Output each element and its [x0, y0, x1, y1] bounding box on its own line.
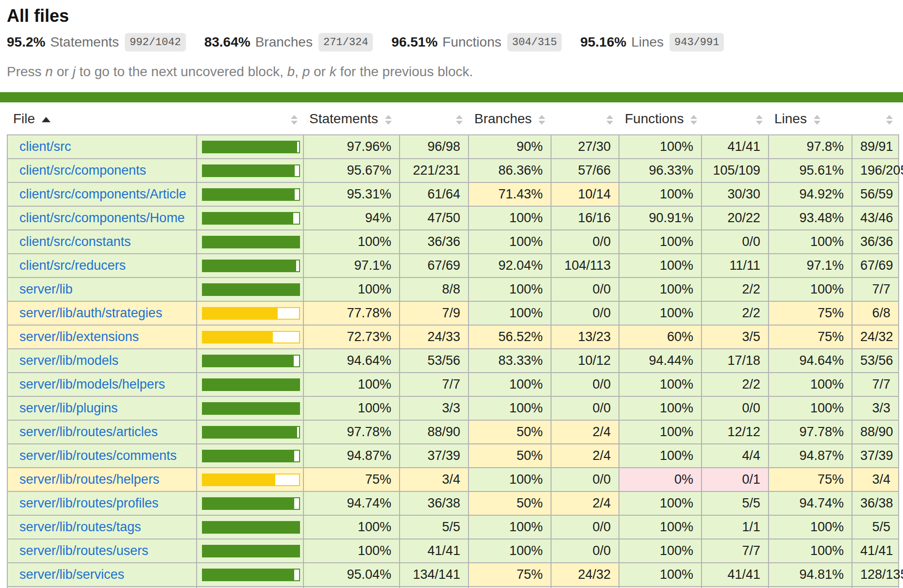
col-header-branches-label: Branches [474, 111, 532, 126]
file-link[interactable]: server/lib/services [19, 567, 124, 582]
keyboard-hint: Press n or j to go to the next uncovered… [7, 64, 896, 80]
col-header-lines-raw[interactable] [852, 102, 899, 135]
statements-percent-cell: 97.78% [303, 420, 400, 444]
col-header-statements[interactable]: Statements [303, 102, 400, 135]
statements-percent-cell: 100% [303, 396, 400, 420]
file-link[interactable]: server/lib/routes/articles [19, 425, 158, 439]
statements-fraction-cell: 7/7 [400, 373, 468, 396]
coverage-bar [202, 521, 300, 534]
col-header-functions-raw[interactable] [702, 102, 769, 135]
coverage-bar [202, 402, 300, 415]
coverage-bar-cell [197, 515, 303, 539]
lines-percent-cell: 97.78% [769, 420, 852, 444]
statements-fraction-cell: 134/141 [400, 563, 468, 587]
coverage-bar-fill [203, 213, 293, 224]
statements-percent-cell: 100% [303, 230, 400, 254]
col-header-functions[interactable]: Functions [619, 102, 702, 135]
statements-percent-cell: 94.87% [303, 444, 400, 468]
branches-percent-cell: 100% [468, 206, 551, 230]
lines-fraction-cell: 3/4 [852, 468, 899, 491]
lines-fraction-cell: 89/91 [852, 135, 899, 159]
file-link[interactable]: server/lib/routes/helpers [19, 472, 159, 487]
table-row: server/lib/services95.04%134/14175%24/32… [7, 563, 899, 587]
functions-percent-cell: 100% [619, 278, 702, 301]
coverage-bar-fill [203, 379, 299, 390]
branches-percent-cell: 100% [468, 468, 551, 491]
coverage-bar-fill [203, 189, 295, 200]
coverage-bar-fill [203, 474, 275, 485]
sort-icon [538, 115, 545, 125]
functions-percent-cell: 100% [619, 182, 702, 206]
coverage-table-body: client/src97.96%96/9890%27/30100%41/4197… [7, 135, 899, 588]
lines-percent-cell: 100% [769, 230, 852, 254]
lines-percent-cell: 97.8% [769, 135, 852, 159]
statements-fraction-cell: 8/8 [400, 278, 468, 301]
statements-fraction-cell: 36/38 [400, 491, 468, 515]
file-link[interactable]: server/lib/models [19, 353, 118, 368]
coverage-bar [202, 426, 300, 439]
coverage-bar-cell [197, 563, 303, 587]
functions-fraction-badge: 304/315 [507, 33, 562, 51]
coverage-bar-cell [197, 420, 303, 444]
coverage-bar-cell [197, 206, 303, 230]
statements-fraction-cell: 53/56 [400, 349, 468, 373]
col-header-statements-label: Statements [309, 111, 378, 126]
file-link[interactable]: server/lib [19, 282, 73, 296]
coverage-table: File Statements Branches [7, 102, 899, 588]
file-link[interactable]: client/src/reducers [19, 258, 126, 273]
file-link[interactable]: client/src [19, 139, 71, 154]
file-cell: server/lib/routes/articles [7, 420, 197, 444]
file-link[interactable]: server/lib/routes/users [19, 543, 149, 558]
table-row: server/lib/routes/profiles94.74%36/3850%… [7, 491, 899, 515]
file-link[interactable]: client/src/components [19, 163, 146, 178]
coverage-bar-fill [203, 427, 297, 438]
col-header-lines[interactable]: Lines [769, 102, 852, 135]
coverage-bar [202, 164, 300, 177]
lines-fraction-cell: 53/56 [852, 349, 899, 373]
statements-fraction-cell: 3/3 [400, 396, 468, 420]
file-link[interactable]: server/lib/routes/profiles [19, 496, 159, 510]
file-link[interactable]: server/lib/auth/strategies [19, 306, 162, 320]
table-row: server/lib100%8/8100%0/0100%2/2100%7/7 [7, 278, 899, 301]
branches-percent-cell: 100% [468, 539, 551, 563]
col-header-bar[interactable] [197, 102, 303, 135]
col-header-statements-raw[interactable] [400, 102, 468, 135]
statements-fraction-cell: 221/231 [400, 159, 468, 182]
functions-percent-cell: 100% [619, 563, 702, 587]
branches-fraction-cell: 2/4 [551, 491, 619, 515]
file-link[interactable]: client/src/components/Article [19, 187, 186, 201]
statements-fraction-cell: 37/39 [400, 444, 468, 468]
col-header-file[interactable]: File [7, 102, 197, 135]
col-header-branches[interactable]: Branches [468, 102, 551, 135]
statements-percent-cell: 95.31% [303, 182, 400, 206]
col-header-branches-raw[interactable] [551, 102, 619, 135]
file-cell: server/lib/services [7, 563, 197, 587]
file-link[interactable]: server/lib/routes/comments [19, 448, 177, 463]
lines-percent-cell: 93.48% [769, 206, 852, 230]
functions-fraction-cell: 20/22 [702, 206, 769, 230]
branches-percent: 83.64% [204, 34, 251, 50]
lines-fraction-badge: 943/991 [669, 33, 724, 51]
table-row: client/src/components/Home94%47/50100%16… [7, 206, 899, 230]
lines-fraction-cell: 128/135 [852, 563, 899, 587]
file-link[interactable]: server/lib/routes/tags [19, 520, 141, 534]
file-link[interactable]: server/lib/plugins [19, 401, 118, 415]
file-link[interactable]: server/lib/models/helpers [19, 377, 165, 392]
file-link[interactable]: server/lib/extensions [19, 329, 139, 344]
metric-functions: 96.51% Functions 304/315 [391, 33, 562, 51]
statements-fraction-cell: 41/41 [400, 539, 468, 563]
statements-percent-cell: 94.74% [303, 491, 400, 515]
table-row: server/lib/models94.64%53/5683.33%10/129… [7, 349, 899, 373]
branches-percent-cell: 75% [468, 563, 551, 587]
branches-percent-cell: 50% [468, 420, 551, 444]
functions-percent-cell: 100% [619, 301, 702, 325]
lines-percent-cell: 100% [769, 539, 852, 563]
file-link[interactable]: client/src/components/Home [19, 211, 185, 225]
coverage-bar-fill [203, 142, 297, 152]
lines-fraction-cell: 88/90 [852, 420, 899, 444]
statements-fraction-cell: 7/9 [400, 301, 468, 325]
file-link[interactable]: client/src/constants [19, 234, 131, 249]
statements-fraction-cell: 88/90 [400, 420, 468, 444]
coverage-bar-fill [203, 522, 299, 533]
functions-percent-cell: 90.91% [619, 206, 702, 230]
